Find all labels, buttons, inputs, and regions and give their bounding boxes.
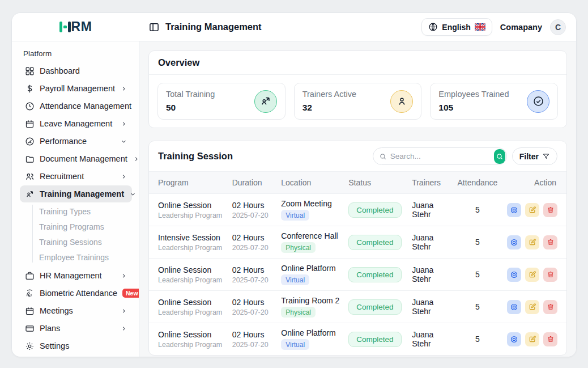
edit-button[interactable] [525,235,539,249]
trash-icon [547,335,555,343]
view-button[interactable] [507,235,521,249]
filter-button[interactable]: Filter [512,147,557,165]
program-name: Online Session [158,201,223,210]
col-attendance: Attendance [453,172,502,194]
col-trainers: Trainers [407,172,453,194]
search-bar [373,147,507,165]
program-subtitle: Leadership Program [158,341,223,349]
view-button[interactable] [507,203,521,217]
stat-card-total-training: Total Training 50 [157,83,286,120]
funnel-icon [542,153,550,160]
search-icon [379,153,387,160]
training-icon [24,189,35,199]
main-content: Overview Total Training 50 [139,41,576,357]
person-icon [390,90,413,113]
delete-button[interactable] [543,300,557,314]
view-button[interactable] [507,332,521,346]
session-date: 2025-07-20 [232,308,272,316]
col-program: Program [149,172,228,194]
sidebar-item-attendance-management[interactable]: Attendance Management [20,98,132,115]
sidebar-item-plans[interactable]: Plans [20,320,132,337]
sidebar-item-payroll-management[interactable]: Payroll Management [20,80,132,97]
submenu-item-employee-trainings[interactable]: Employee Trainings [39,249,132,265]
program-name: Online Session [158,265,223,274]
program-subtitle: Leadership Program [158,276,223,284]
search-submit-button[interactable] [494,149,505,164]
delete-button[interactable] [543,332,557,346]
attendance-count: 5 [475,270,480,279]
sidebar-item-recruitment[interactable]: Recruitment [20,168,132,185]
session-date: 2025-07-20 [232,276,272,284]
status-badge: Completed [348,332,401,347]
gauge-icon [24,136,35,146]
program-subtitle: Leadership Program [158,212,223,219]
stat-card-trainers-active: Trainers Active 32 [294,83,422,120]
overview-section: Overview Total Training 50 [148,50,567,128]
col-action: Action [502,172,566,194]
session-date: 2025-07-20 [232,212,272,219]
stat-label: Total Training [166,90,215,99]
sidebar-item-training-management[interactable]: Training Management [20,185,132,202]
program-name: Online Session [158,298,223,307]
sidebar-item-hr-management[interactable]: HR Management [20,267,132,284]
search-input[interactable] [387,152,494,160]
submenu-item-training-programs[interactable]: Training Programs [39,219,132,234]
col-location: Location [276,172,344,194]
chevron-down-icon [129,191,137,198]
attendance-count: 5 [475,302,480,311]
top-header: RM Training Management English Comapany … [12,13,576,41]
location-type-badge: Virtual [281,210,309,221]
col-status: Status [344,172,407,194]
sidebar-item-performance[interactable]: Performance [20,133,132,150]
edit-button[interactable] [525,332,539,346]
submenu-item-training-types[interactable]: Training Types [39,204,132,219]
attendance-count: 5 [475,238,480,247]
stat-value: 50 [166,103,215,113]
sidebar-item-settings[interactable]: Settings [20,337,132,354]
delete-button[interactable] [543,235,557,249]
trash-icon [547,270,555,278]
hrm-logo-icon: RM [59,19,92,35]
stat-label: Employees Trained [438,90,509,99]
trainer-name: Juana Stehr [412,298,433,316]
table-header-row: Program Duration Location Status Trainer… [149,172,566,194]
program-name: Online Session [158,330,223,339]
submenu-item-training-sessions[interactable]: Training Sessions [39,234,132,249]
duration: 02 Hours [232,201,272,210]
eye-icon [510,303,518,311]
user-avatar[interactable]: C [550,19,566,35]
briefcase-icon [24,270,35,281]
program-subtitle: Leadership Program [158,308,223,316]
sidebar-toggle-icon[interactable] [148,22,160,33]
edit-button[interactable] [525,300,539,314]
sidebar-item-meetings[interactable]: Meetings [20,302,132,319]
view-button[interactable] [507,300,521,314]
stat-label: Trainers Active [302,90,356,99]
brand-logo: RM [12,19,139,35]
delete-button[interactable] [543,203,557,217]
chevron-down-icon [120,138,127,145]
sidebar-item-dashboard[interactable]: Dashboard [20,62,132,79]
location-type-badge: Virtual [281,274,309,285]
chevron-right-icon [120,325,127,332]
location-name: Online Platform [281,264,339,273]
credit-card-icon [24,323,35,333]
sidebar-item-leave-management[interactable]: Leave Management [20,115,132,132]
language-selector[interactable]: English [421,18,492,36]
pencil-icon [529,206,536,214]
person-arrow-icon [254,90,277,113]
status-badge: Completed [348,235,401,250]
duration: 02 Hours [232,330,272,339]
pencil-icon [529,303,536,311]
location-name: Online Platform [281,328,339,337]
view-button[interactable] [507,268,521,282]
trash-icon [547,238,555,246]
stat-value: 32 [302,103,356,113]
trash-icon [547,303,555,311]
edit-button[interactable] [525,268,539,282]
edit-button[interactable] [525,203,539,217]
sidebar-item-biometric-attendance[interactable]: Biometric Attendance New [20,285,132,302]
location-type-badge: Physical [281,307,316,318]
sidebar-item-document-management[interactable]: Document Management [20,150,132,167]
delete-button[interactable] [543,268,557,282]
